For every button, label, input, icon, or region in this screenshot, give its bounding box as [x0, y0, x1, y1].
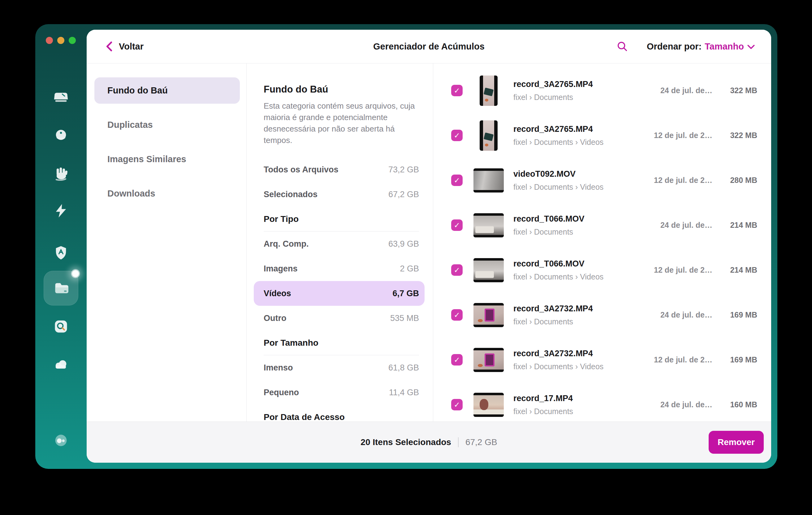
file-path: fixel › Documents › Videos — [513, 182, 646, 192]
filter-section-por-tipo: Por Tipo — [264, 207, 419, 231]
app-dock — [35, 24, 87, 469]
filter-imagens[interactable]: Imagens 2 GB — [264, 256, 419, 281]
filter-pequeno[interactable]: Pequeno 11,4 GB — [264, 380, 419, 405]
video-thumbnail — [473, 299, 504, 331]
file-name: record_T066.MOV — [513, 214, 646, 224]
shield-icon — [53, 245, 69, 261]
orb-icon — [53, 127, 69, 144]
video-thumbnail — [473, 120, 504, 151]
filter-selecionados[interactable]: Selecionados 67,2 GB — [264, 182, 419, 207]
video-thumbnail — [473, 255, 504, 286]
dock-item-folder-active[interactable] — [35, 280, 87, 296]
file-date: 12 de jul. de 2… — [646, 265, 713, 275]
monitor-icon — [53, 90, 69, 106]
sort-dropdown[interactable]: Ordenar por: Tamanho — [647, 41, 755, 52]
file-path: fixel › Documents › Videos — [513, 273, 646, 281]
checkbox-checked[interactable]: ✓ — [451, 264, 463, 276]
file-path: fixel › Documents — [513, 93, 646, 102]
notification-badge — [71, 269, 80, 278]
file-size: 322 MB — [713, 86, 757, 95]
video-thumbnail — [473, 75, 504, 106]
file-row[interactable]: ✓ record_3A2732.MP4 fixel › Documents › … — [433, 337, 771, 382]
filter-videos[interactable]: Vídeos 6,7 GB — [254, 281, 425, 306]
dock-item-orb[interactable] — [35, 127, 87, 144]
file-row[interactable]: ✓ record_3A2732.MP4 fixel › Documents 24… — [433, 292, 771, 337]
filter-todos-os-arquivos[interactable]: Todos os Arquivos 73,2 GB — [264, 157, 419, 182]
file-row[interactable]: ✓ videoT092.MOV fixel › Documents › Vide… — [433, 158, 771, 203]
lightning-icon — [53, 203, 69, 219]
hand-icon — [53, 166, 69, 182]
selected-size: 67,2 GB — [465, 437, 497, 447]
file-name: record_T066.MOV — [513, 259, 646, 269]
checkbox-checked[interactable]: ✓ — [451, 130, 463, 141]
sidebar-item-fundo-do-bau[interactable]: Fundo do Baú — [94, 77, 240, 104]
selection-summary: 20 Itens Selecionados 67,2 GB — [360, 437, 497, 447]
video-thumbnail — [473, 210, 504, 241]
file-name: videoT092.MOV — [513, 169, 646, 179]
file-name: record_3A2765.MP4 — [513, 124, 646, 134]
file-size: 160 MB — [713, 400, 757, 409]
file-size: 214 MB — [713, 221, 757, 230]
cloud-icon — [53, 356, 69, 373]
file-path: fixel › Documents — [513, 227, 646, 236]
selected-count: 20 Itens Selecionados — [360, 437, 451, 447]
remove-button[interactable]: Remover — [708, 431, 764, 454]
dock-item-monitor[interactable] — [35, 90, 87, 106]
back-button[interactable]: Voltar — [105, 41, 144, 52]
file-row[interactable]: ✓ record_3A2765.MP4 fixel › Documents 24… — [433, 68, 771, 113]
filters-panel: Fundo do Baú Esta categoria contém seus … — [246, 63, 433, 422]
file-name: record_3A2732.MP4 — [513, 304, 646, 314]
filter-outro[interactable]: Outro 535 MB — [264, 306, 419, 331]
file-size: 169 MB — [713, 355, 757, 364]
filter-imenso[interactable]: Imenso 61,8 GB — [264, 355, 419, 380]
sidebar-item-imagens-similares[interactable]: Imagens Similares — [94, 146, 240, 172]
dock-item-lens[interactable] — [35, 318, 87, 335]
file-name: record_3A2765.MP4 — [513, 80, 646, 89]
dock-item-profile[interactable] — [35, 432, 87, 449]
lens-icon — [53, 318, 69, 335]
checkbox-checked[interactable]: ✓ — [451, 85, 463, 96]
file-size: 322 MB — [713, 131, 757, 140]
checkbox-checked[interactable]: ✓ — [451, 175, 463, 186]
file-name: record_17.MP4 — [513, 394, 646, 403]
main-area: Fundo do Baú Duplicatas Imagens Similare… — [87, 63, 771, 422]
checkbox-checked[interactable]: ✓ — [451, 399, 463, 410]
summary-divider — [458, 437, 459, 447]
sidebar-item-downloads[interactable]: Downloads — [94, 180, 240, 207]
chevron-left-icon — [105, 41, 114, 52]
filter-section-por-data-de-acesso: Por Data de Acesso — [264, 405, 419, 422]
filter-arq-comp[interactable]: Arq. Comp. 63,9 GB — [264, 231, 419, 256]
dock-item-lightning[interactable] — [35, 203, 87, 219]
file-date: 24 de jul. de… — [646, 221, 713, 230]
dock-item-shield[interactable] — [35, 245, 87, 261]
checkbox-checked[interactable]: ✓ — [451, 309, 463, 321]
video-thumbnail — [473, 165, 504, 196]
file-date: 12 de jul. de 2… — [646, 355, 713, 364]
file-date: 24 de jul. de… — [646, 400, 713, 409]
file-date: 12 de jul. de 2… — [646, 131, 713, 140]
header-bar: Voltar Gerenciador de Acúmulos Ordenar p… — [87, 30, 771, 63]
file-size: 214 MB — [713, 265, 757, 275]
chevron-down-icon — [747, 44, 755, 50]
dock-item-hand[interactable] — [35, 166, 87, 182]
file-path: fixel › Documents › Videos — [513, 138, 646, 147]
sort-label: Ordenar por: — [647, 41, 701, 52]
file-row[interactable]: ✓ record_3A2765.MP4 fixel › Documents › … — [433, 113, 771, 158]
header-controls: Ordenar por: Tamanho — [616, 40, 771, 53]
filters-heading: Fundo do Baú — [264, 84, 419, 95]
folder-icon — [53, 280, 69, 296]
video-thumbnail — [473, 344, 504, 375]
file-list: ✓ record_3A2765.MP4 fixel › Documents 24… — [433, 63, 771, 422]
sidebar-item-duplicatas[interactable]: Duplicatas — [94, 112, 240, 138]
dock-item-cloud[interactable] — [35, 356, 87, 373]
file-path: fixel › Documents — [513, 407, 646, 416]
file-row[interactable]: ✓ record_T066.MOV fixel › Documents 24 d… — [433, 203, 771, 248]
search-icon — [616, 40, 629, 53]
selection-bar: 20 Itens Selecionados 67,2 GB Remover — [87, 422, 771, 463]
search-button[interactable] — [616, 40, 629, 53]
file-row[interactable]: ✓ record_T066.MOV fixel › Documents › Vi… — [433, 248, 771, 292]
content-panel: Voltar Gerenciador de Acúmulos Ordenar p… — [87, 30, 771, 463]
checkbox-checked[interactable]: ✓ — [451, 220, 463, 231]
checkbox-checked[interactable]: ✓ — [451, 354, 463, 366]
file-row[interactable]: ✓ record_17.MP4 fixel › Documents 24 de … — [433, 382, 771, 422]
